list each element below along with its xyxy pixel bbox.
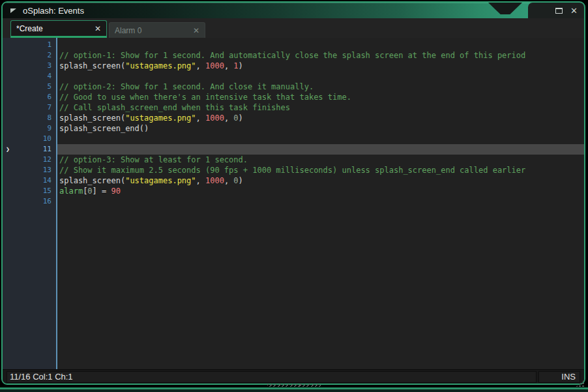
code-token-plain: , xyxy=(224,61,233,70)
code-token-number: 1000 xyxy=(205,61,224,70)
code-line[interactable]: // option-1: Show for 1 second. And auto… xyxy=(57,50,584,61)
maximize-icon xyxy=(555,8,563,14)
code-line[interactable] xyxy=(57,196,584,207)
code-line[interactable]: // Show it maximum 2.5 seconds (90 fps +… xyxy=(57,165,584,175)
code-token-zero: 0 xyxy=(87,187,92,196)
status-bar: 11/16 Col:1 Ch:1 INS xyxy=(3,369,584,384)
code-token-plain: splash_screen( xyxy=(59,176,125,185)
code-line[interactable] xyxy=(57,144,584,155)
window-title: oSplash: Events xyxy=(23,6,84,16)
line-number[interactable]: 2 xyxy=(3,50,56,61)
tab-label: Alarm 0 xyxy=(115,26,193,35)
code-token-plain: splash_screen_end() xyxy=(59,124,149,133)
gutter: 12345678910❯111213141516 xyxy=(3,38,57,369)
line-number[interactable]: 7 xyxy=(3,102,56,113)
line-number[interactable]: 3 xyxy=(3,61,56,71)
maximize-button[interactable] xyxy=(555,8,563,14)
line-number[interactable]: 16 xyxy=(3,196,56,207)
code-token-plain: ) xyxy=(239,176,243,185)
line-number[interactable]: 4 xyxy=(3,71,56,82)
code-token-comment: // option-3: Show at least for 1 second. xyxy=(59,155,248,164)
collapse-triangle-icon[interactable] xyxy=(10,8,16,13)
code-token-plain: , xyxy=(196,61,205,70)
code-line[interactable]: splash_screen("ustagames.png", 1000, 1) xyxy=(57,61,584,71)
tab-alarm0[interactable]: Alarm 0 ✕ xyxy=(109,22,205,38)
code-token-number: 1000 xyxy=(205,176,224,185)
close-button[interactable]: ✕ xyxy=(570,7,578,15)
tab-create[interactable]: *Create ✕ xyxy=(10,20,107,38)
current-line-arrow-icon: ❯ xyxy=(6,144,10,155)
lower-window-edge xyxy=(0,387,588,392)
code-token-string: "ustagames.png" xyxy=(125,61,196,70)
code-line[interactable]: // Call splash_screen_end when this task… xyxy=(57,102,584,113)
line-number[interactable]: 14 xyxy=(3,175,56,186)
code-editor: 12345678910❯111213141516 // option-1: Sh… xyxy=(3,38,584,369)
line-number[interactable]: 1 xyxy=(3,40,56,50)
code-token-comment: // Show it maximum 2.5 seconds (90 fps +… xyxy=(59,166,525,175)
code-line[interactable] xyxy=(57,134,584,144)
code-line[interactable]: alarm[0] = 90 xyxy=(57,186,584,196)
status-insert-mode: INS xyxy=(538,371,580,383)
code-token-plain: , xyxy=(224,113,233,123)
code-line[interactable]: splash_screen_end() xyxy=(57,123,584,134)
line-number[interactable]: 12 xyxy=(3,155,56,165)
tab-bar: *Create ✕ Alarm 0 ✕ xyxy=(3,18,584,38)
code-token-string: "ustagames.png" xyxy=(125,176,196,185)
code-token-plain: ) xyxy=(239,61,243,70)
code-editor-window: oSplash: Events ✕ *Create ✕ Alarm 0 ✕ 12… xyxy=(1,1,585,385)
tab-close-icon[interactable]: ✕ xyxy=(95,25,101,33)
code-token-plain: ) xyxy=(239,113,243,123)
window-titlebar[interactable]: oSplash: Events ✕ xyxy=(3,3,584,18)
line-number[interactable]: ❯11 xyxy=(3,144,56,155)
tab-close-icon[interactable]: ✕ xyxy=(193,27,199,35)
code-line[interactable] xyxy=(57,40,584,50)
code-token-zero: 0 xyxy=(233,113,238,123)
line-number[interactable]: 6 xyxy=(3,92,56,102)
line-number[interactable]: 5 xyxy=(3,82,56,92)
code-area[interactable]: // option-1: Show for 1 second. And auto… xyxy=(57,38,584,369)
code-token-plain: splash_screen( xyxy=(59,61,125,70)
tab-label: *Create xyxy=(16,24,95,33)
code-token-number: 1000 xyxy=(205,113,224,123)
code-token-builtin: alarm xyxy=(59,187,83,196)
splitter-grip[interactable] xyxy=(267,384,321,387)
code-token-plain: splash_screen( xyxy=(59,113,125,123)
code-line[interactable]: // Good to use when there's an intensive… xyxy=(57,92,584,102)
code-token-comment: // Call splash_screen_end when this task… xyxy=(59,103,290,112)
code-line[interactable] xyxy=(57,71,584,82)
code-token-zero: 0 xyxy=(233,176,238,185)
code-token-plain: , xyxy=(196,176,205,185)
code-token-plain: , xyxy=(196,113,205,123)
code-token-plain: , xyxy=(224,176,233,185)
code-token-string: "ustagames.png" xyxy=(125,113,196,123)
code-line[interactable]: splash_screen("ustagames.png", 1000, 0) xyxy=(57,113,584,123)
line-number[interactable]: 8 xyxy=(3,113,56,123)
status-caret-position: 11/16 Col:1 Ch:1 xyxy=(7,371,537,383)
code-token-number: 90 xyxy=(111,187,121,196)
code-line[interactable]: // option-2: Show for 1 second. And clos… xyxy=(57,82,584,92)
titlebar-notch xyxy=(488,3,522,14)
code-token-plain: ] = xyxy=(93,187,111,196)
code-line[interactable]: splash_screen("ustagames.png", 1000, 0) xyxy=(57,175,584,186)
line-number[interactable]: 10 xyxy=(3,134,56,144)
code-token-comment: // option-2: Show for 1 second. And clos… xyxy=(59,82,314,91)
code-token-comment: // option-1: Show for 1 second. And auto… xyxy=(59,51,525,60)
window-controls: ✕ xyxy=(528,3,584,18)
code-token-number: 1 xyxy=(233,61,238,70)
line-number[interactable]: 15 xyxy=(3,186,56,196)
code-line[interactable]: // option-3: Show at least for 1 second. xyxy=(57,155,584,165)
line-number[interactable]: 9 xyxy=(3,123,56,134)
line-number[interactable]: 13 xyxy=(3,165,56,175)
code-token-comment: // Good to use when there's an intensive… xyxy=(59,93,351,102)
